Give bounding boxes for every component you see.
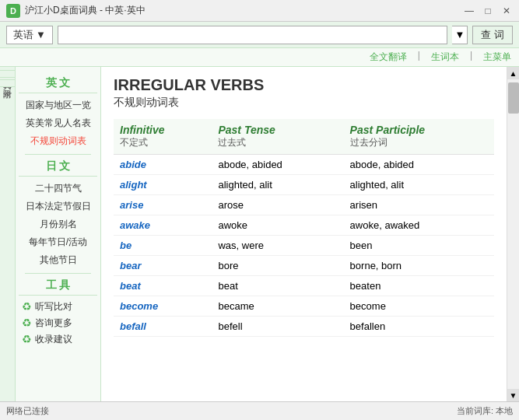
sidebar-item-jp-holidays[interactable]: 日本法定节假日 [19, 198, 97, 215]
irregular-verbs-table: Infinitive 不定式 Past Tense 过去式 Past Parti… [114, 119, 494, 337]
table-row: be was, were been [114, 236, 494, 256]
right-scrollbar: ▲ ▼ [507, 67, 519, 401]
cell-past-tense: awoke [212, 215, 343, 236]
language-selector[interactable]: 英语 ▼ [6, 26, 53, 44]
cell-infinitive: abide [114, 155, 212, 175]
dictation-icon: ♻ [22, 300, 32, 313]
tab-vocabulary[interactable]: 生词本 [430, 50, 461, 65]
scroll-down-arrow[interactable]: ▼ [507, 389, 520, 401]
sidebar-item-suggest[interactable]: ♻ 收录建议 [19, 331, 97, 348]
section-title-english: 英 文 [19, 76, 97, 93]
sidebar-item-other-holidays[interactable]: 其他节日 [19, 251, 97, 269]
cell-past-participle: become [344, 296, 494, 317]
sidebar-item-irregular-verbs[interactable]: 不规则动词表 [19, 132, 97, 150]
verb-link-become[interactable]: become [120, 300, 158, 312]
status-bar: 网络已连接 当前词库: 本地 [0, 401, 519, 420]
cell-past-tense: was, were [212, 236, 343, 256]
table-row: awake awoke awoke, awaked [114, 215, 494, 236]
cell-infinitive: be [114, 236, 212, 256]
top-tabs: 全文翻译 | 生词本 | 主菜单 [0, 48, 519, 67]
verb-link-awake[interactable]: awake [120, 219, 150, 231]
table-row: befall befell befallen [114, 317, 494, 337]
verb-link-abide[interactable]: abide [120, 159, 146, 170]
close-button[interactable]: ✕ [500, 5, 513, 17]
tab-appendix[interactable]: 附录 [0, 79, 16, 87]
cell-past-tense: beat [212, 276, 343, 296]
sidebar-collapse-tabs: 词典 附录 [0, 67, 16, 401]
minimize-button[interactable]: — [463, 5, 475, 17]
suggest-icon: ♻ [22, 333, 32, 345]
cell-past-participle: alighted, alit [344, 175, 494, 195]
consult-icon: ♻ [22, 317, 32, 329]
section-title-japanese: 日 文 [19, 159, 97, 177]
dictionary-status: 当前词库: 本地 [457, 405, 513, 417]
scroll-up-arrow[interactable]: ▲ [507, 67, 520, 79]
table-row: arise arose arisen [114, 195, 494, 215]
table-row: become became become [114, 296, 494, 317]
language-dropdown-icon: ▼ [36, 29, 46, 40]
sidebar-item-annual-events[interactable]: 每年节日/活动 [19, 233, 97, 251]
section-title-tools: 工 具 [19, 278, 97, 296]
verb-link-bear[interactable]: bear [120, 260, 141, 271]
cell-past-tense: bore [212, 256, 343, 276]
cell-past-tense: befell [212, 317, 343, 337]
scroll-track [507, 79, 519, 389]
cell-past-participle: arisen [344, 195, 494, 215]
cell-past-tense: abode, abided [212, 155, 343, 175]
suggest-label: 收录建议 [35, 333, 72, 346]
cell-infinitive: bear [114, 256, 212, 276]
cell-infinitive: befall [114, 317, 212, 337]
sidebar-item-month-names[interactable]: 月份别名 [19, 215, 97, 233]
table-row: bear bore borne, born [114, 256, 494, 276]
window-title: 沪江小D桌面词典 - 中英·英中 [25, 4, 146, 17]
col-header-infinitive: Infinitive 不定式 [114, 119, 212, 155]
verb-link-arise[interactable]: arise [120, 199, 143, 211]
sidebar-item-consult[interactable]: ♻ 咨询更多 [19, 315, 97, 331]
cell-past-participle: befallen [344, 317, 494, 337]
table-header-row: Infinitive 不定式 Past Tense 过去式 Past Parti… [114, 119, 494, 155]
window-controls: — □ ✕ [463, 5, 513, 17]
cell-past-tense: became [212, 296, 343, 317]
cell-infinitive: become [114, 296, 212, 317]
consult-label: 咨询更多 [35, 317, 72, 330]
cell-infinitive: alight [114, 175, 212, 195]
sidebar-item-24seasons[interactable]: 二十四节气 [19, 180, 97, 198]
cell-infinitive: arise [114, 195, 212, 215]
scroll-thumb[interactable] [508, 82, 519, 114]
toolbar: 英语 ▼ ▼ 查 词 [0, 22, 519, 48]
cell-past-participle: borne, born [344, 256, 494, 276]
tab-main-menu[interactable]: 主菜单 [482, 50, 513, 65]
verb-link-be[interactable]: be [120, 240, 132, 251]
page-title-en: IRREGULAR VERBS [114, 76, 494, 94]
network-status: 网络已连接 [6, 405, 49, 417]
cell-infinitive: awake [114, 215, 212, 236]
tab-dictionary[interactable]: 词典 [0, 70, 16, 78]
cell-past-participle: beaten [344, 276, 494, 296]
dictation-label: 听写比对 [35, 300, 72, 313]
content-area: IRREGULAR VERBS 不规则动词表 Infinitive 不定式 Pa… [101, 67, 507, 401]
cell-past-tense: arose [212, 195, 343, 215]
tab-full-translate[interactable]: 全文翻译 [368, 50, 409, 65]
sidebar-divider-1 [25, 154, 91, 155]
cell-past-tense: alighted, alit [212, 175, 343, 195]
cell-past-participle: awoke, awaked [344, 215, 494, 236]
search-input[interactable] [58, 26, 448, 44]
verb-link-befall[interactable]: befall [120, 320, 146, 332]
sidebar-item-countries[interactable]: 国家与地区一览 [19, 96, 97, 114]
main-layout: 词典 附录 英 文 国家与地区一览 英美常见人名表 不规则动词表 日 文 二十四… [0, 67, 519, 401]
verb-link-alight[interactable]: alight [120, 179, 147, 191]
sidebar-item-dictation[interactable]: ♻ 听写比对 [19, 299, 97, 315]
table-row: alight alighted, alit alighted, alit [114, 175, 494, 195]
search-button[interactable]: 查 词 [472, 26, 513, 44]
col-header-past-tense: Past Tense 过去式 [212, 119, 343, 155]
cell-past-participle: abode, abided [344, 155, 494, 175]
sidebar-divider-2 [25, 273, 91, 274]
verb-link-beat[interactable]: beat [120, 280, 141, 292]
sidebar-item-names[interactable]: 英美常见人名表 [19, 114, 97, 132]
cell-past-participle: been [344, 236, 494, 256]
search-dropdown-arrow[interactable]: ▼ [452, 26, 468, 44]
language-label: 英语 [13, 28, 33, 42]
table-row: beat beat beaten [114, 276, 494, 296]
col-header-past-participle: Past Participle 过去分词 [344, 119, 494, 155]
maximize-button[interactable]: □ [482, 5, 494, 17]
